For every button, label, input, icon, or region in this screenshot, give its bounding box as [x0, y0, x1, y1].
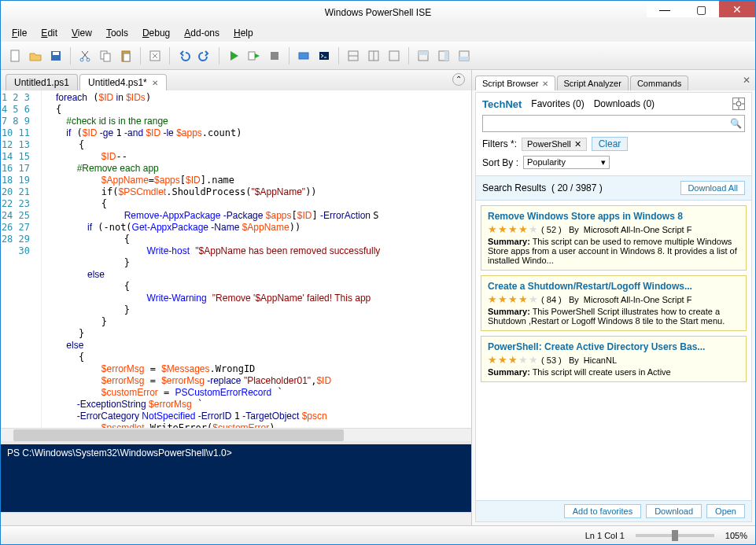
- copy-icon[interactable]: [96, 46, 115, 65]
- titlebar: Windows PowerShell ISE — ▢ ✕: [1, 1, 755, 24]
- menu-edit[interactable]: Edit: [35, 26, 64, 40]
- tab-commands[interactable]: Commands: [630, 75, 688, 90]
- results-label: Search Results ( 20 / 3987 ): [482, 182, 603, 193]
- paste-icon[interactable]: [116, 46, 135, 65]
- powershell-icon[interactable]: [315, 46, 334, 65]
- settings-gear-icon[interactable]: [732, 98, 745, 110]
- search-result[interactable]: PowerShell: Create Active Directory User…: [481, 336, 747, 382]
- svg-rect-0: [11, 50, 19, 61]
- svg-rect-22: [444, 51, 448, 61]
- chip-remove-icon[interactable]: ✕: [574, 139, 581, 149]
- undo-icon[interactable]: [175, 46, 194, 65]
- result-title: Create a Shutdown/Restart/Logoff Windows…: [488, 281, 739, 292]
- content-area: Untitled1.ps1 Untitled4.ps1*✕ ⌃ 1 2 3 4 …: [1, 70, 755, 525]
- svg-point-25: [736, 101, 741, 106]
- menu-help[interactable]: Help: [227, 26, 260, 40]
- result-meta: ★★★★★ ( 53 ) By HicanNL: [488, 354, 739, 366]
- editor-tabs: Untitled1.ps1 Untitled4.ps1*✕ ⌃: [1, 70, 471, 90]
- code-editor[interactable]: 1 2 3 4 5 6 7 8 9 10 11 12 13 14 15 16 1…: [1, 90, 471, 428]
- downloads-link[interactable]: Downloads (0): [594, 98, 655, 109]
- zoom-level: 105%: [725, 531, 747, 540]
- toolbar: [1, 42, 755, 70]
- maximize-button[interactable]: ▢: [683, 1, 719, 17]
- menu-debug[interactable]: Debug: [136, 26, 176, 40]
- rating-stars-icon: ★★★★★: [488, 354, 539, 366]
- close-pane-icon[interactable]: ✕: [743, 75, 750, 86]
- save-icon[interactable]: [46, 46, 65, 65]
- layout-2-icon[interactable]: [364, 46, 383, 65]
- menu-addons[interactable]: Add-ons: [178, 26, 226, 40]
- sort-row: Sort By : Popularity▾: [476, 156, 751, 175]
- minimize-button[interactable]: —: [647, 1, 683, 17]
- result-title: PowerShell: Create Active Directory User…: [488, 341, 739, 352]
- search-input[interactable]: [483, 118, 727, 129]
- menu-tools[interactable]: Tools: [100, 26, 135, 40]
- tab-script-browser[interactable]: Script Browser✕: [475, 75, 555, 90]
- sort-label: Sort By :: [482, 157, 518, 168]
- svg-rect-6: [104, 53, 110, 61]
- scrollbar-thumb[interactable]: [13, 429, 344, 441]
- filter-chip[interactable]: PowerShell✕: [522, 138, 587, 151]
- collapse-pane-icon[interactable]: ⌃: [452, 73, 465, 86]
- close-button[interactable]: ✕: [719, 1, 755, 17]
- new-remote-icon[interactable]: [294, 46, 313, 65]
- favorites-link[interactable]: Favorites (0): [531, 98, 584, 109]
- clear-output-icon[interactable]: [146, 46, 164, 65]
- svg-rect-8: [124, 53, 130, 61]
- zoom-slider[interactable]: [636, 534, 714, 537]
- tab-label: Untitled1.ps1: [14, 77, 69, 88]
- script-browser: TechNet Favorites (0) Downloads (0) 🔍 Fi…: [475, 92, 752, 522]
- editor-tab-1[interactable]: Untitled1.ps1: [6, 74, 78, 90]
- code-content[interactable]: foreach ($ID in $IDs) { #check id is in …: [42, 90, 471, 428]
- result-meta: ★★★★★ ( 84 ) By Microsoft All-In-One Scr…: [488, 293, 739, 305]
- run-icon[interactable]: [224, 46, 243, 65]
- editor-tab-2[interactable]: Untitled4.ps1*✕: [79, 74, 167, 90]
- clear-filters-button[interactable]: Clear: [592, 137, 629, 151]
- add-favorites-button[interactable]: Add to favorites: [564, 504, 641, 518]
- editor-horizontal-scrollbar[interactable]: [1, 428, 471, 441]
- svg-rect-24: [459, 57, 469, 61]
- svg-rect-18: [389, 51, 399, 61]
- redo-icon[interactable]: [195, 46, 214, 65]
- show-command-icon[interactable]: [434, 46, 453, 65]
- window-title: Windows PowerShell ISE: [325, 7, 431, 18]
- result-title: Remove Windows Store apps in Windows 8: [488, 211, 739, 222]
- result-summary: Summary: This script can be used to remo…: [488, 237, 739, 265]
- console-pane[interactable]: PS C:\Windows\System32\WindowsPowerShell…: [1, 441, 471, 512]
- run-selection-icon[interactable]: [245, 46, 264, 65]
- search-icon[interactable]: 🔍: [727, 118, 744, 129]
- cut-icon[interactable]: [76, 46, 94, 65]
- stop-icon[interactable]: [265, 46, 284, 65]
- cursor-position: Ln 1 Col 1: [585, 531, 625, 540]
- filters-label: Filters *:: [482, 138, 517, 149]
- svg-rect-11: [271, 52, 278, 60]
- download-button[interactable]: Download: [646, 504, 702, 518]
- tab-script-analyzer[interactable]: Script Analyzer: [557, 75, 629, 90]
- sort-dropdown[interactable]: Popularity▾: [523, 156, 610, 169]
- layout-1-icon[interactable]: [344, 46, 363, 65]
- layout-3-icon[interactable]: [385, 46, 404, 65]
- search-result[interactable]: Create a Shutdown/Restart/Logoff Windows…: [481, 275, 747, 331]
- new-icon[interactable]: [6, 46, 24, 65]
- open-icon[interactable]: [26, 46, 45, 65]
- line-gutter: 1 2 3 4 5 6 7 8 9 10 11 12 13 14 15 16 1…: [1, 90, 42, 428]
- tab-close-icon[interactable]: ✕: [542, 79, 548, 88]
- zoom-thumb[interactable]: [672, 530, 678, 541]
- show-script-icon[interactable]: [414, 46, 433, 65]
- svg-rect-10: [249, 52, 255, 60]
- editor-pane: Untitled1.ps1 Untitled4.ps1*✕ ⌃ 1 2 3 4 …: [1, 70, 472, 525]
- rating-stars-icon: ★★★★★: [488, 223, 539, 235]
- menu-view[interactable]: View: [65, 26, 98, 40]
- addon-pane: Script Browser✕ Script Analyzer Commands…: [472, 70, 755, 525]
- show-addon-icon[interactable]: [455, 46, 474, 65]
- svg-rect-13: [319, 52, 329, 60]
- open-button[interactable]: Open: [706, 504, 745, 518]
- statusbar: Ln 1 Col 1 105%: [1, 525, 755, 544]
- search-result[interactable]: Remove Windows Store apps in Windows 8★★…: [481, 205, 747, 271]
- download-all-button[interactable]: Download All: [680, 181, 745, 195]
- tab-close-icon[interactable]: ✕: [152, 79, 158, 87]
- console-horizontal-scrollbar[interactable]: [1, 512, 471, 525]
- menu-file[interactable]: File: [6, 26, 33, 40]
- menubar: File Edit View Tools Debug Add-ons Help: [1, 24, 755, 42]
- results-list: Remove Windows Store apps in Windows 8★★…: [476, 201, 751, 500]
